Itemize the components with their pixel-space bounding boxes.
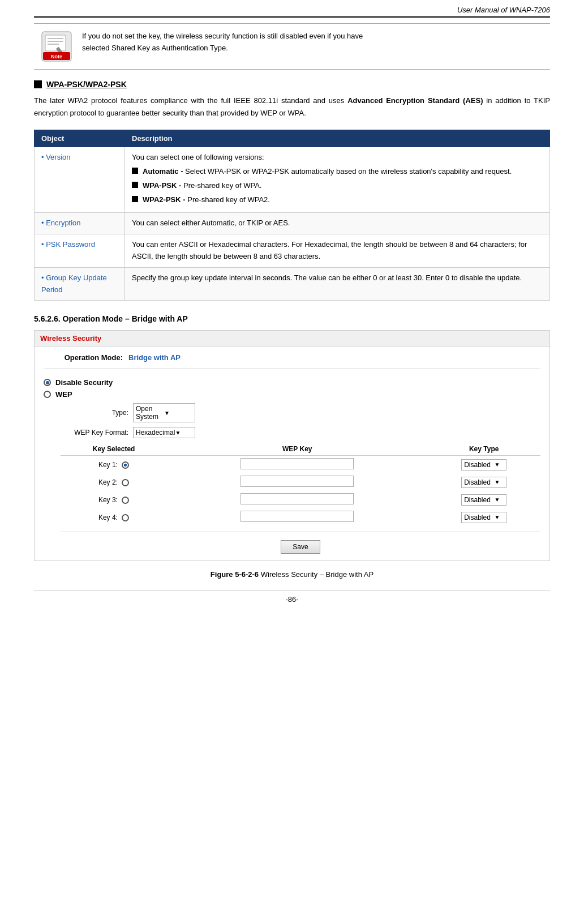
key2-radio[interactable] [122,479,129,486]
section1-title: WPA-PSK/WPA2-PSK [46,80,127,89]
key1-type-select[interactable]: Disabled ▼ [461,459,506,470]
table-row: • Version You can select one of followin… [35,147,550,213]
note-box: Note If you do not set the key, the wire… [34,23,550,70]
figure-caption: Figure 5-6-2-6 Wireless Security – Bridg… [34,570,550,579]
key2-type-select[interactable]: Disabled ▼ [461,477,506,488]
key3-type-cell: Disabled ▼ [427,491,540,508]
disable-security-option[interactable]: Disable Security [44,378,540,387]
note-icon: Note [40,31,74,62]
wep-key-format-arrow: ▼ [175,430,192,436]
key1-label: Key 1: [61,456,167,474]
operation-mode-row: Operation Mode: Bridge with AP [44,353,540,369]
row-desc-version: You can select one of following versions… [125,147,550,213]
ws-panel-body: Operation Mode: Bridge with AP Disable S… [35,346,549,561]
disable-security-label: Disable Security [55,378,113,387]
table-row: • Encryption You can select either Autom… [35,213,550,234]
key4-type-select[interactable]: Disabled ▼ [461,512,506,523]
table-col-object: Object [35,130,125,147]
wep-key-format-row: WEP Key Format: Hexadecimal ▼ [61,427,540,438]
key3-label: Key 3: [61,491,167,508]
key2-type-cell: Disabled ▼ [427,473,540,491]
key1-radio-selected[interactable] [122,461,129,469]
wep-key-row-3: Key 3: Disabled ▼ [61,491,540,508]
wep-key-format-select[interactable]: Hexadecimal ▼ [133,427,195,438]
table-row: • PSK Password You can enter ASCII or He… [35,234,550,268]
key3-input-cell [167,491,427,508]
key4-radio[interactable] [122,514,129,521]
save-btn-row: Save [61,532,540,554]
note-text: If you do not set the key, the wireless … [82,31,363,54]
save-button[interactable]: Save [281,540,320,554]
col-key-selected: Key Selected [61,443,167,456]
key3-input[interactable] [241,493,354,504]
key2-input-cell [167,473,427,491]
type-value: Open System [136,405,164,421]
section2-title: 5.6.2.6. Operation Mode – Bridge with AP [34,314,188,323]
key1-type-cell: Disabled ▼ [427,456,540,474]
ws-panel-title: Wireless Security [40,334,101,343]
row-desc-psk-password: You can enter ASCII or Hexadecimal chara… [125,234,550,268]
ws-panel-header: Wireless Security [35,331,549,346]
table-col-description: Description [125,130,550,147]
wep-key-row-2: Key 2: Disabled ▼ [61,473,540,491]
wep-keys-table: Key Selected WEP Key Key Type Key 1: [61,443,540,526]
key3-radio[interactable] [122,497,129,504]
row-label-encryption: • Encryption [35,213,125,234]
row-desc-encryption: You can select either Automatic, or TKIP… [125,213,550,234]
wep-key-row-4: Key 4: Disabled ▼ [61,508,540,526]
key4-label: Key 4: [61,508,167,526]
key2-label: Key 2: [61,473,167,491]
type-row: Type: Open System ▼ [61,403,540,422]
type-select[interactable]: Open System ▼ [133,403,195,422]
operation-mode-value: Bridge with AP [128,353,181,362]
key1-input-cell [167,456,427,474]
wireless-security-panel: Wireless Security Operation Mode: Bridge… [34,330,550,561]
col-key-type: Key Type [427,443,540,456]
disable-security-radio[interactable] [44,379,51,386]
wep-section: Type: Open System ▼ WEP Key Format: Hexa… [61,403,540,554]
section1-heading: WPA-PSK/WPA2-PSK [34,80,550,89]
security-options: Disable Security WEP [44,378,540,399]
wep-key-row-1: Key 1: Disabled ▼ [61,456,540,474]
wep-option[interactable]: WEP [44,390,540,399]
header-title: User Manual of WNAP-7206 [457,6,550,14]
wep-key-format-value: Hexadecimal [136,429,175,437]
key3-type-select[interactable]: Disabled ▼ [461,494,506,506]
operation-mode-label: Operation Mode: [44,353,123,362]
svg-rect-1 [45,35,66,51]
page-number: -86- [34,590,550,604]
svg-text:Note: Note [51,54,62,59]
row-label-group-key: • Group Key Update Period [35,267,125,301]
key4-input-cell [167,508,427,526]
row-label-version: • Version [35,147,125,213]
col-wep-key: WEP Key [167,443,427,456]
wpa-info-table: Object Description • Version You can sel… [34,130,550,301]
section-bullet [34,80,42,88]
page-header: User Manual of WNAP-7206 [34,6,550,18]
type-select-arrow: ▼ [164,410,192,416]
key1-input[interactable] [241,458,354,469]
wep-key-format-label: WEP Key Format: [61,429,128,437]
row-desc-group-key: Specify the group key update interval in… [125,267,550,301]
figure-caption-bold: Figure 5-6-2-6 [211,570,259,579]
key4-input[interactable] [241,511,354,522]
wep-label: WEP [55,390,72,399]
section1-paragraph: The later WPA2 protocol features complia… [34,95,550,119]
wep-radio[interactable] [44,391,51,398]
key4-type-cell: Disabled ▼ [427,508,540,526]
table-row: • Group Key Update Period Specify the gr… [35,267,550,301]
row-label-psk-password: • PSK Password [35,234,125,268]
type-label: Type: [61,409,128,417]
figure-caption-text: Wireless Security – Bridge with AP [259,570,373,579]
key2-input[interactable] [241,476,354,487]
section2-heading: 5.6.2.6. Operation Mode – Bridge with AP [34,314,550,323]
